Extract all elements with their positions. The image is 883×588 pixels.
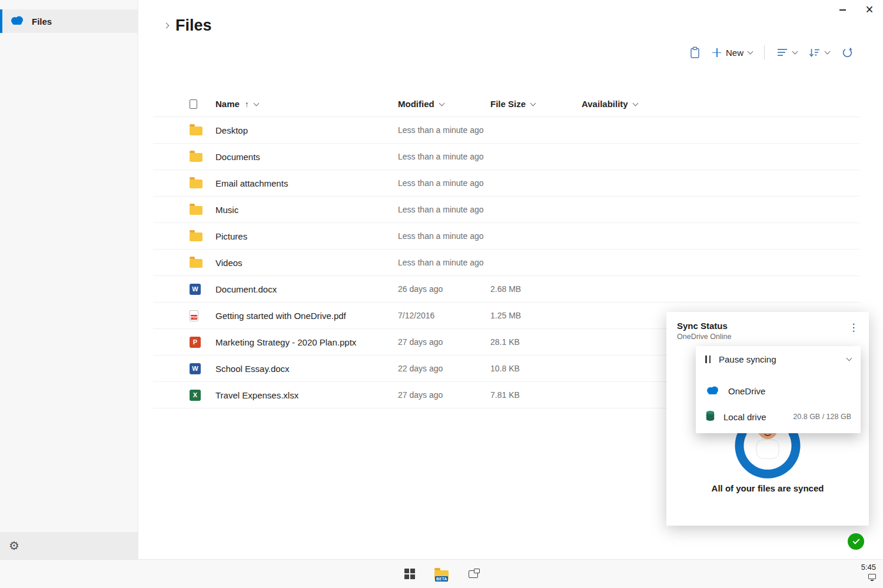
file-name: Document.docx: [215, 284, 398, 294]
tray-pc-icon[interactable]: [868, 574, 876, 579]
table-row[interactable]: Email attachments Less than a minute ago: [153, 170, 859, 197]
clock[interactable]: 5:45: [861, 563, 876, 572]
toolbar-divider: [764, 45, 765, 59]
new-button[interactable]: New: [712, 48, 752, 58]
task-view-icon: [469, 570, 478, 578]
chevron-down-icon: [792, 49, 798, 55]
page-title: Files: [175, 16, 212, 35]
file-modified: Less than a minute ago: [398, 258, 490, 267]
table-header-row: Name Modified File Size Availability: [153, 91, 859, 117]
folder-icon: [190, 206, 203, 215]
windows-logo-icon: [404, 569, 415, 579]
refresh-button[interactable]: [841, 46, 854, 59]
file-size: 1.25 MB: [490, 311, 582, 320]
selected-accent-bar: [0, 9, 2, 33]
header-file-size[interactable]: File Size: [490, 99, 582, 109]
file-modified: Less than a minute ago: [398, 231, 490, 241]
onedrive-cloud-icon: [705, 386, 720, 397]
sort-order-icon: [809, 48, 821, 58]
file-size: 10.8 KB: [490, 364, 582, 373]
settings-gear-icon[interactable]: [9, 540, 19, 552]
file-name: School Essay.docx: [215, 364, 398, 374]
file-name: Travel Expenses.xlsx: [215, 390, 398, 400]
pause-syncing-label: Pause syncing: [719, 354, 839, 364]
onedrive-cloud-icon: [9, 15, 25, 28]
file-modified: Less than a minute ago: [398, 152, 490, 161]
pause-syncing-option[interactable]: Pause syncing: [696, 346, 861, 372]
file-modified: Less than a minute ago: [398, 205, 490, 214]
taskbar: BETA 5:45: [0, 559, 883, 588]
file-modified: 7/12/2016: [398, 311, 490, 320]
close-icon: [865, 3, 873, 16]
folder-icon: [190, 180, 203, 188]
minimize-icon: [839, 9, 846, 11]
header-name[interactable]: Name: [215, 99, 398, 109]
task-view-button[interactable]: [466, 566, 481, 582]
drive-usage: 20.8 GB / 128 GB: [793, 413, 851, 421]
file-modified: 26 days ago: [398, 284, 490, 294]
close-button[interactable]: [856, 0, 883, 19]
file-modified: Less than a minute ago: [398, 178, 490, 188]
list-view-icon: [776, 48, 788, 57]
drive-label: Local drive: [723, 412, 785, 422]
drive-item-local[interactable]: Local drive 20.8 GB / 128 GB: [696, 404, 861, 430]
sync-panel-subtitle: OneDrive Online: [677, 333, 858, 341]
word-file-icon: [190, 363, 201, 374]
chevron-down-icon: [847, 356, 852, 361]
table-row[interactable]: Pictures Less than a minute ago: [153, 223, 859, 250]
file-name: Desktop: [215, 125, 398, 135]
file-name: Pictures: [215, 231, 398, 241]
onedrive-folder-icon: BETA: [434, 570, 449, 580]
drive-label: OneDrive: [728, 386, 843, 396]
table-row[interactable]: Document.docx 26 days ago 2.68 MB: [153, 276, 859, 303]
header-modified[interactable]: Modified: [398, 99, 490, 109]
onedrive-app-button[interactable]: BETA: [434, 566, 449, 582]
file-size: 2.68 MB: [490, 284, 582, 294]
sidebar-item-label: Files: [32, 16, 52, 26]
file-name: Email attachments: [215, 178, 398, 188]
view-options-button[interactable]: [776, 48, 797, 57]
sort-ascending-icon: [245, 99, 249, 109]
file-modified: 27 days ago: [398, 390, 490, 400]
sort-options-button[interactable]: [809, 48, 829, 58]
file-modified: 27 days ago: [398, 337, 490, 347]
more-options-icon[interactable]: [847, 320, 861, 334]
clipboard-paste-icon: [689, 46, 701, 59]
synced-check-icon[interactable]: [848, 533, 864, 550]
file-name: Music: [215, 205, 398, 215]
file-name: Documents: [215, 152, 398, 162]
pause-icon: [705, 356, 711, 363]
local-drive-icon: [705, 410, 715, 423]
new-button-label: New: [726, 48, 743, 58]
sync-panel-title: Sync Status: [677, 321, 858, 331]
powerpoint-file-icon: [190, 337, 201, 348]
chevron-down-icon: [253, 100, 259, 106]
chevron-down-icon: [748, 49, 753, 55]
table-row[interactable]: Videos Less than a minute ago: [153, 250, 859, 276]
paste-button[interactable]: [689, 46, 701, 59]
table-row[interactable]: Music Less than a minute ago: [153, 197, 859, 223]
file-name: Getting started with OneDrive.pdf: [215, 311, 398, 321]
chevron-down-icon: [530, 100, 536, 106]
start-button[interactable]: [402, 566, 417, 582]
pdf-file-icon: [190, 310, 198, 321]
refresh-icon: [841, 46, 854, 59]
folder-icon: [190, 232, 203, 241]
word-file-icon: [190, 284, 201, 295]
excel-file-icon: [190, 390, 201, 401]
chevron-right-icon[interactable]: [164, 23, 170, 29]
toolbar: New: [689, 42, 854, 62]
sync-status-message: All of your files are synced: [666, 483, 869, 493]
table-row[interactable]: Documents Less than a minute ago: [153, 144, 859, 170]
minimize-button[interactable]: [829, 0, 856, 19]
document-type-icon: [190, 99, 197, 109]
table-row[interactable]: Desktop Less than a minute ago: [153, 117, 859, 144]
sidebar-footer: [0, 532, 138, 559]
sync-status-panel: Sync Status OneDrive Online Pause syncin…: [666, 312, 869, 526]
drive-item-onedrive[interactable]: OneDrive: [696, 378, 861, 404]
file-size: 7.81 KB: [490, 390, 582, 400]
sidebar-item-files[interactable]: Files: [0, 9, 138, 33]
header-availability[interactable]: Availability: [582, 99, 859, 109]
chevron-down-icon: [439, 100, 444, 106]
chevron-down-icon: [632, 100, 638, 106]
